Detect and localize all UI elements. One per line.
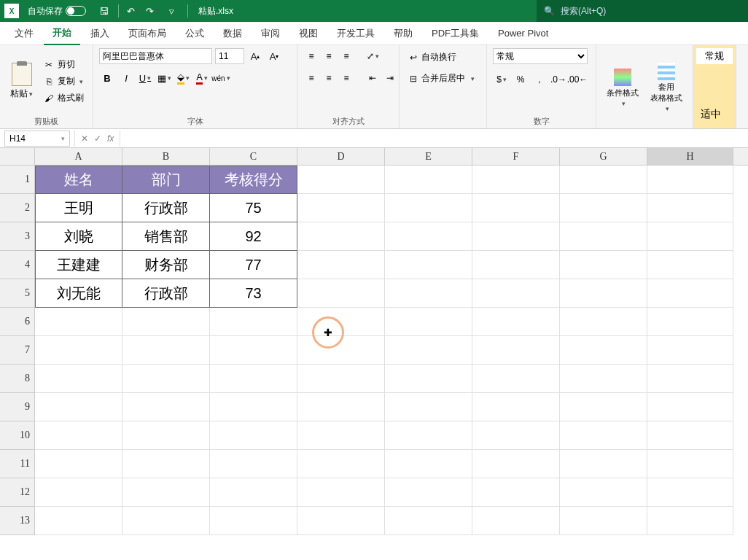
autosave-toggle[interactable]: 自动保存 [23,5,90,18]
cells-area[interactable]: 姓名部门考核得分王明行政部75刘晓销售部92王建建财务部77刘无能行政部73 [35,166,733,535]
cell[interactable] [297,478,385,507]
decrease-indent-button[interactable]: ⇤ [365,70,381,86]
align-middle-button[interactable]: ≡ [321,48,337,64]
cell[interactable] [297,450,385,478]
cell[interactable] [647,279,733,308]
cell[interactable] [122,336,210,365]
col-header-D[interactable]: D [297,148,385,165]
cell[interactable] [560,194,647,222]
cell[interactable] [385,478,472,507]
font-color-button[interactable]: A [194,70,210,86]
italic-button[interactable]: I [118,70,134,86]
orientation-button[interactable]: ⤢ [365,48,381,64]
cell[interactable] [472,222,560,251]
col-header-A[interactable]: A [35,148,122,165]
tab-insert[interactable]: 插入 [82,23,118,44]
cell[interactable] [35,365,122,393]
copy-button[interactable]: ⎘复制 [40,74,87,89]
number-format-select[interactable]: 常规 [493,48,588,64]
row-header-11[interactable]: 11 [0,450,34,478]
cell[interactable] [560,222,647,251]
cell[interactable] [35,308,122,336]
row-header-12[interactable]: 12 [0,478,34,507]
wrap-text-button[interactable]: ↩自动换行 [405,48,461,66]
fill-color-button[interactable]: ⬙ [175,70,191,86]
row-header-6[interactable]: 6 [0,308,34,336]
cell[interactable] [210,336,297,365]
fx-icon[interactable]: fx [107,133,114,144]
cell[interactable] [647,450,733,478]
tab-view[interactable]: 视图 [290,23,327,44]
border-button[interactable]: ▦ [156,70,172,86]
merge-center-button[interactable]: ⊟合并后居中 [405,69,479,88]
row-header-4[interactable]: 4 [0,251,34,279]
tab-review[interactable]: 审阅 [252,23,289,44]
cell[interactable] [560,507,647,535]
cell[interactable] [647,421,733,450]
cell[interactable] [297,279,385,308]
row-header-3[interactable]: 3 [0,222,34,251]
cell[interactable] [647,251,733,279]
table-cell[interactable]: 73 [210,279,297,308]
font-size-select[interactable] [215,48,244,64]
cell[interactable] [385,450,472,478]
cell[interactable] [472,251,560,279]
col-header-F[interactable]: F [472,148,560,165]
percent-button[interactable]: % [512,71,529,88]
cell[interactable] [560,365,647,393]
tab-data[interactable]: 数据 [214,23,251,44]
align-top-button[interactable]: ≡ [303,48,319,64]
bold-button[interactable]: B [99,70,115,86]
undo-button[interactable]: ↶ [126,4,141,18]
cell[interactable] [35,450,122,478]
row-header-9[interactable]: 9 [0,393,34,421]
cancel-formula-icon[interactable]: ✕ [81,133,88,144]
cell[interactable] [210,450,297,478]
cell[interactable] [122,308,210,336]
table-header[interactable]: 姓名 [35,166,122,194]
align-right-button[interactable]: ≡ [338,70,354,86]
row-header-2[interactable]: 2 [0,194,34,222]
table-cell[interactable]: 75 [210,194,297,222]
table-cell[interactable]: 财务部 [122,251,210,279]
cell[interactable] [385,421,472,450]
table-header[interactable]: 考核得分 [210,166,297,194]
decrease-decimal-button[interactable]: .00← [569,71,586,88]
cell[interactable] [385,251,472,279]
cell[interactable] [385,222,472,251]
table-cell[interactable]: 刘无能 [35,279,122,308]
cell[interactable] [122,450,210,478]
redo-button[interactable]: ↷ [145,4,160,18]
cell[interactable] [385,365,472,393]
table-format-button[interactable]: 套用 表格格式 [646,60,687,115]
comma-button[interactable]: , [531,71,548,88]
font-name-select[interactable] [99,48,212,64]
tab-formulas[interactable]: 公式 [176,23,213,44]
table-cell[interactable]: 92 [210,222,297,251]
row-header-10[interactable]: 10 [0,421,34,450]
table-cell[interactable]: 77 [210,251,297,279]
cell[interactable] [385,308,472,336]
tab-page-layout[interactable]: 页面布局 [120,23,175,44]
table-cell[interactable]: 刘晓 [35,222,122,251]
underline-button[interactable]: U [137,70,153,86]
style-neutral[interactable]: 适中 [696,104,733,125]
cell[interactable] [560,336,647,365]
cell[interactable] [297,166,385,194]
cell[interactable] [210,478,297,507]
cell[interactable] [385,194,472,222]
cell[interactable] [472,194,560,222]
row-header-13[interactable]: 13 [0,507,34,535]
search-bar[interactable]: 🔍 搜索(Alt+Q) [537,0,748,22]
cell[interactable] [297,194,385,222]
save-button[interactable]: 🖫 [96,4,111,18]
tab-pdf-tools[interactable]: PDF工具集 [423,23,488,44]
table-cell[interactable]: 王建建 [35,251,122,279]
cell[interactable] [122,478,210,507]
table-cell[interactable]: 行政部 [122,194,210,222]
cell[interactable] [35,507,122,535]
cell[interactable] [647,166,733,194]
tab-developer[interactable]: 开发工具 [328,23,383,44]
cell[interactable] [35,421,122,450]
cell[interactable] [35,336,122,365]
